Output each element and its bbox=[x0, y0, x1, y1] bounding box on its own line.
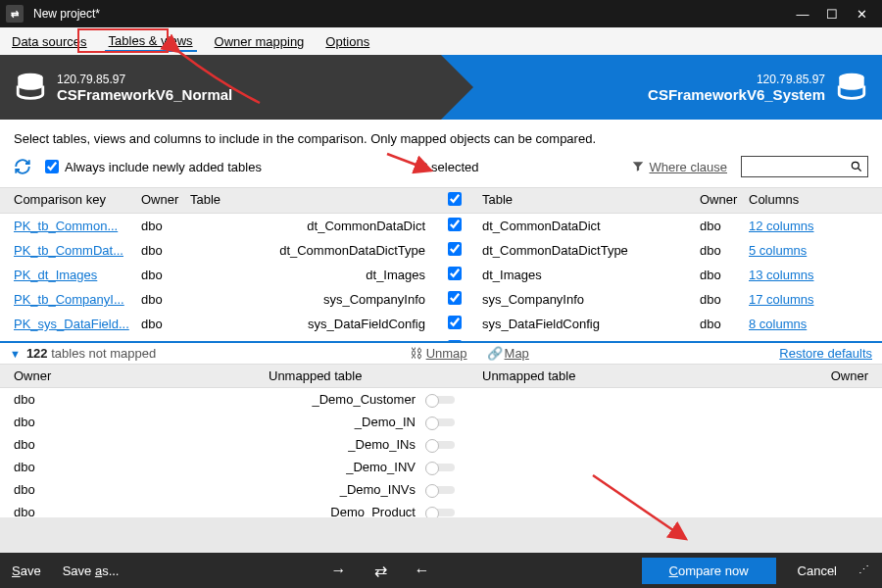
app-icon: ⇄ bbox=[6, 5, 24, 23]
row-checkbox[interactable] bbox=[448, 267, 462, 280]
columns-link[interactable]: 17 columns bbox=[749, 292, 827, 307]
database-icon bbox=[14, 71, 47, 104]
close-button[interactable]: ✕ bbox=[847, 7, 876, 22]
target-db-name: CSFrameworkV6_System bbox=[648, 86, 825, 103]
source-db-name: CSFrameworkV6_Normal bbox=[57, 86, 232, 103]
comparison-key-link[interactable]: PK_tb_CommDat... bbox=[14, 243, 141, 258]
compare-now-button[interactable]: Compare now bbox=[642, 558, 776, 584]
target-ip: 120.79.85.97 bbox=[648, 73, 825, 86]
map-slider[interactable] bbox=[425, 441, 455, 449]
chevron-down-icon[interactable]: ▼ bbox=[10, 348, 21, 360]
comparison-key-link[interactable]: PK_tb_Common... bbox=[14, 219, 141, 233]
save-as-button[interactable]: Save as... bbox=[63, 564, 120, 578]
unmap-button[interactable]: ⛓Unmap bbox=[407, 346, 467, 361]
save-button[interactable]: Save bbox=[12, 564, 41, 578]
row-checkbox[interactable] bbox=[448, 242, 462, 256]
database-icon bbox=[835, 71, 868, 104]
map-slider[interactable] bbox=[425, 396, 455, 404]
nav-prev-icon[interactable]: ← bbox=[415, 562, 430, 580]
map-slider[interactable] bbox=[425, 486, 455, 494]
footer: Save Save as... → ⇄ ← Compare now Cancel… bbox=[0, 553, 882, 588]
unmapped-body: dbo_Demo_Customerdbo_Demo_INdbo_Demo_INs… bbox=[0, 388, 882, 517]
search-input[interactable] bbox=[741, 156, 868, 177]
funnel-icon bbox=[631, 160, 645, 173]
connection-header: 120.79.85.97 CSFrameworkV6_Normal 120.79… bbox=[0, 55, 882, 120]
list-item[interactable]: dbo_Demo_IN bbox=[0, 411, 882, 433]
row-checkbox[interactable] bbox=[448, 218, 462, 231]
map-button[interactable]: 🔗Map bbox=[485, 346, 529, 361]
tab-tables-views[interactable]: Tables & views bbox=[105, 31, 197, 52]
tab-data-sources[interactable]: Data sources bbox=[8, 32, 91, 51]
where-clause-button[interactable]: Where clause bbox=[631, 160, 727, 174]
restore-defaults-button[interactable]: Restore defaults bbox=[779, 346, 872, 361]
minimize-button[interactable]: — bbox=[788, 7, 817, 22]
columns-link[interactable]: 12 columns bbox=[749, 219, 827, 233]
always-include-input[interactable] bbox=[45, 160, 59, 173]
tab-options[interactable]: Options bbox=[321, 32, 373, 51]
grid-header: Comparison key Owner Table Table Owner C… bbox=[0, 187, 882, 214]
select-all-checkbox[interactable] bbox=[448, 192, 462, 206]
list-item[interactable]: dbo_Demo_INV bbox=[0, 456, 882, 478]
comparison-key-link[interactable]: PK_sys_DataField... bbox=[14, 317, 141, 331]
table-row[interactable]: PK_tb_CommDat...dbodt_CommonDataDictType… bbox=[0, 238, 882, 263]
cancel-button[interactable]: Cancel bbox=[798, 564, 837, 578]
selected-count: 12 selected bbox=[414, 160, 479, 174]
unmapped-summary-bar: ▼ 122 tables not mapped ⛓Unmap 🔗Map Rest… bbox=[0, 341, 882, 365]
nav-next-icon[interactable]: → bbox=[331, 562, 347, 580]
list-item[interactable]: dbo_Demo_INVs bbox=[0, 478, 882, 501]
map-slider[interactable] bbox=[425, 509, 455, 516]
list-item[interactable]: dbo_Demo_INs bbox=[0, 433, 882, 456]
target-connection: 120.79.85.97 CSFrameworkV6_System bbox=[441, 55, 882, 120]
resize-grip-icon[interactable]: ⋰ bbox=[858, 564, 870, 578]
comparison-key-link[interactable]: PK_tb_CompanyI... bbox=[14, 292, 141, 307]
columns-link[interactable]: 5 columns bbox=[749, 243, 827, 258]
columns-link[interactable]: 8 columns bbox=[749, 317, 827, 331]
table-row[interactable]: PK_tb_Common...dbodt_CommonDataDictdt_Co… bbox=[0, 214, 882, 238]
tab-owner-mapping[interactable]: Owner mapping bbox=[211, 32, 309, 51]
menubar: Data sources Tables & views Owner mappin… bbox=[0, 27, 882, 55]
table-row[interactable]: PK_tb_CompanyI...dbosys_CompanyInfosys_C… bbox=[0, 287, 882, 312]
table-row[interactable]: PK_sys_DataSNdbosys_DataSNsys_DataSNdbo7… bbox=[0, 336, 882, 341]
instruction-text: Select tables, views and columns to incl… bbox=[0, 120, 882, 150]
source-ip: 120.79.85.97 bbox=[57, 73, 232, 86]
row-checkbox[interactable] bbox=[448, 291, 462, 305]
map-slider[interactable] bbox=[425, 464, 455, 471]
always-include-checkbox[interactable]: Always include newly added tables bbox=[45, 160, 262, 174]
window-title: New project* bbox=[33, 7, 788, 21]
grid-body: PK_tb_Common...dbodt_CommonDataDictdt_Co… bbox=[0, 214, 882, 341]
maximize-button[interactable]: ☐ bbox=[817, 7, 847, 22]
row-checkbox[interactable] bbox=[448, 340, 462, 341]
table-row[interactable]: PK_sys_DataField...dbosys_DataFieldConfi… bbox=[0, 312, 882, 336]
source-connection: 120.79.85.97 CSFrameworkV6_Normal bbox=[0, 55, 441, 120]
list-item[interactable]: dbo_Demo_Product bbox=[0, 501, 882, 517]
titlebar: ⇄ New project* — ☐ ✕ bbox=[0, 0, 882, 27]
unmapped-header: Owner Unmapped table Unmapped table Owne… bbox=[0, 365, 882, 388]
toolbar: Always include newly added tables 12 sel… bbox=[0, 150, 882, 187]
svg-point-2 bbox=[852, 162, 858, 169]
nav-swap-icon[interactable]: ⇄ bbox=[374, 562, 387, 580]
refresh-icon[interactable] bbox=[14, 158, 31, 175]
table-row[interactable]: PK_dt_Imagesdbodt_Imagesdt_Imagesdbo13 c… bbox=[0, 263, 882, 287]
list-item[interactable]: dbo_Demo_Customer bbox=[0, 388, 882, 411]
map-slider[interactable] bbox=[425, 418, 455, 426]
comparison-key-link[interactable]: PK_dt_Images bbox=[14, 268, 141, 282]
search-icon bbox=[850, 160, 863, 173]
columns-link[interactable]: 13 columns bbox=[749, 268, 827, 282]
row-checkbox[interactable] bbox=[448, 316, 462, 329]
